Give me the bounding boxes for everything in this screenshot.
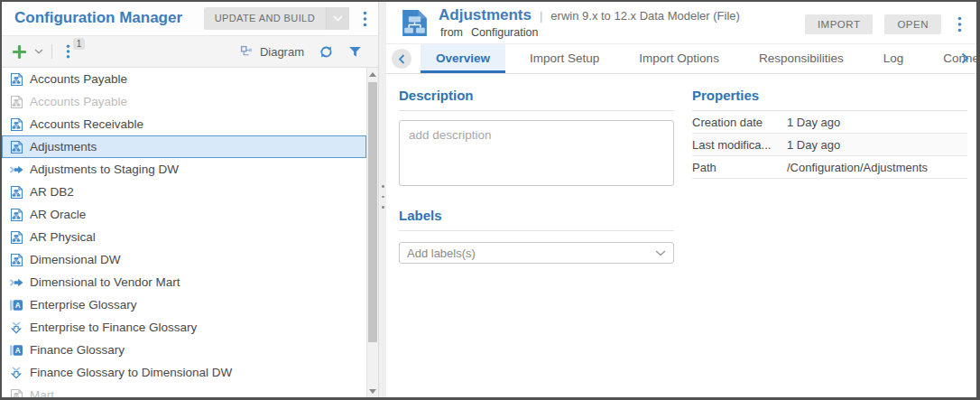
property-label: Path (692, 161, 787, 174)
model-icon (9, 185, 23, 200)
plus-icon (13, 45, 26, 59)
filter-button[interactable] (348, 45, 362, 59)
model-icon (9, 208, 23, 222)
list-item[interactable]: Enterprise to Finance Glossary (2, 316, 366, 339)
model-type-label: erwin 9.x to 12.x Data Modeler (File) (550, 9, 740, 23)
detail-menu-icon[interactable] (953, 16, 966, 33)
update-build-dropdown-toggle[interactable] (326, 7, 349, 30)
labels-select[interactable]: Add labels(s) (399, 242, 674, 264)
overview-content: Description Labels Add labels(s) Propert… (386, 75, 976, 397)
mapping-right-arrow-icon (9, 275, 23, 290)
chevron-right-icon (961, 52, 969, 64)
panel-menu-icon[interactable] (358, 11, 371, 27)
description-input[interactable] (399, 120, 674, 186)
model-icon (9, 117, 23, 132)
model-icon (9, 95, 23, 109)
property-label: Last modifica... (692, 138, 787, 152)
list-item-label: Accounts Payable (30, 95, 127, 108)
list-scrollbar[interactable] (366, 68, 378, 397)
description-heading: Description (399, 88, 674, 111)
list-item[interactable]: AR Physical (2, 226, 366, 248)
diagram-view-toggle[interactable]: Diagram (240, 45, 304, 59)
detail-header: Adjustments | erwin 9.x to 12.x Data Mod… (386, 2, 976, 44)
property-label: Creation date (692, 116, 787, 129)
model-icon (9, 72, 23, 87)
panel-resize-handle[interactable] (378, 2, 386, 397)
list-item-label: AR Oracle (30, 208, 86, 221)
diagram-icon (240, 45, 254, 59)
filter-icon (348, 45, 362, 59)
configuration-manager-panel: Configuration Manager UPDATE AND BUILD (2, 2, 378, 397)
from-value[interactable]: Configuration (471, 26, 538, 39)
from-label: from (440, 26, 463, 39)
tabs-scroll-right-button[interactable] (961, 51, 969, 68)
list-item[interactable]: Dimensional to Vendor Mart (2, 271, 366, 293)
tab-bar: OverviewImport SetupImport OptionsRespon… (386, 44, 976, 74)
list-item[interactable]: AFinance Glossary (2, 339, 366, 361)
model-icon (9, 253, 23, 267)
left-panel-header: Configuration Manager UPDATE AND BUILD (2, 2, 378, 35)
list-item[interactable]: Accounts Receivable (2, 113, 366, 135)
import-button[interactable]: IMPORT (805, 14, 874, 34)
svg-text:A: A (15, 301, 21, 309)
list-item-label: Enterprise Glossary (30, 298, 137, 312)
open-button[interactable]: OPEN (884, 14, 941, 34)
list-item[interactable]: Dimensional DW (2, 248, 366, 271)
labels-select-placeholder: Add labels(s) (407, 247, 655, 260)
list-item[interactable]: Finance Glossary to Dimensional DW (2, 361, 366, 384)
tab-responsibilities[interactable]: Responsibilities (744, 44, 859, 73)
list-item-label: Accounts Payable (30, 72, 127, 86)
add-button[interactable] (13, 45, 26, 59)
model-icon (9, 140, 23, 154)
list-item-label: Adjustments (30, 140, 97, 153)
mapping-down-arrow-icon (9, 366, 23, 380)
list-item[interactable]: AR DB2 (2, 181, 366, 203)
property-row: Path/Configuration/Adjustments (692, 156, 967, 179)
list-item[interactable]: Accounts Payable (2, 90, 366, 113)
list-item[interactable]: Adjustments (2, 135, 366, 158)
list-item-label: Dimensional DW (30, 253, 121, 266)
list-item[interactable]: AR Oracle (2, 203, 366, 226)
tab-conne[interactable]: Conne (928, 44, 980, 73)
glossary-icon: A (9, 298, 23, 312)
scroll-down-arrow[interactable] (367, 385, 378, 397)
tab-log[interactable]: Log (868, 44, 920, 73)
left-panel-toolbar: 1 Diagram (2, 35, 378, 68)
refresh-button[interactable] (319, 44, 334, 60)
list-item-label: Enterprise to Finance Glossary (30, 321, 197, 334)
labels-heading: Labels (399, 208, 674, 231)
tab-bar-tabs: OverviewImport SetupImport OptionsRespon… (421, 44, 980, 73)
scrollbar-thumb[interactable] (368, 82, 377, 342)
list-item-label: Mart (30, 388, 54, 397)
svg-text:A: A (15, 346, 21, 354)
model-file-icon (399, 7, 430, 42)
tab-import-setup[interactable]: Import Setup (514, 44, 615, 73)
glossary-icon: A (9, 343, 23, 358)
list-item-label: Finance Glossary to Dimensional DW (30, 366, 232, 379)
list-item[interactable]: AEnterprise Glossary (2, 293, 366, 316)
model-list: Accounts PayableAccounts PayableAccounts… (2, 68, 366, 397)
chevron-left-icon (398, 54, 405, 64)
list-item-label: Adjustments to Staging DW (30, 163, 179, 176)
property-value: 1 Day ago (787, 138, 840, 152)
list-item[interactable]: Mart (2, 384, 366, 397)
diagram-label: Diagram (260, 45, 304, 59)
refresh-icon (319, 44, 334, 60)
actions-menu-button[interactable]: 1 (66, 44, 70, 59)
update-and-build-button[interactable]: UPDATE AND BUILD (204, 7, 349, 30)
tab-overview[interactable]: Overview (421, 44, 505, 73)
property-row: Creation date1 Day ago (692, 111, 967, 134)
count-badge: 1 (73, 38, 85, 50)
app-window: Configuration Manager UPDATE AND BUILD (0, 0, 980, 400)
model-icon (9, 388, 23, 398)
mapping-right-arrow-icon (9, 163, 23, 177)
tabs-scroll-left-button[interactable] (392, 49, 411, 69)
list-item[interactable]: Accounts Payable (2, 68, 366, 90)
scroll-up-arrow[interactable] (367, 68, 378, 80)
list-item-label: Finance Glossary (30, 343, 125, 357)
title-separator: | (540, 9, 542, 23)
add-dropdown-toggle[interactable] (34, 49, 43, 54)
tab-import-options[interactable]: Import Options (624, 44, 735, 73)
list-item[interactable]: Adjustments to Staging DW (2, 158, 366, 181)
list-item-label: Dimensional to Vendor Mart (30, 275, 180, 289)
